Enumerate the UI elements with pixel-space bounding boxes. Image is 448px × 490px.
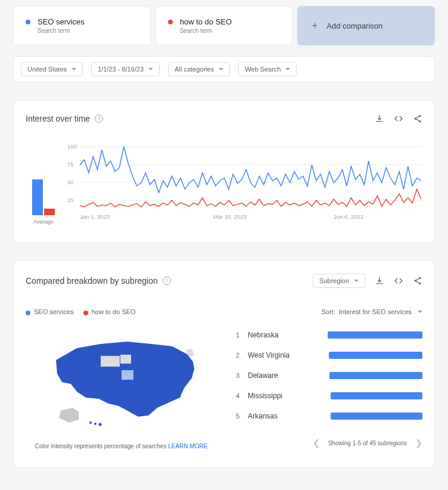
region-rank: 3 [231,372,239,379]
region-rank: 5 [231,413,239,420]
download-icon[interactable] [375,276,384,286]
breakdown-legend: SEO services how to do SEO [26,308,217,315]
region-row[interactable]: 1Nebraska [231,325,422,345]
region-name: Arkansas [248,412,319,420]
embed-icon[interactable] [394,114,403,123]
panel-title: Interest over time ? [26,114,103,123]
embed-icon[interactable] [394,276,403,286]
share-icon[interactable] [413,276,422,286]
svg-text:75: 75 [67,162,74,168]
us-choropleth-map[interactable] [44,327,199,429]
series-dot-icon [83,311,88,315]
caret-down-icon [354,280,359,282]
comparison-type: Search term [180,27,232,34]
comparison-term: SEO services [38,17,85,26]
region-name: West Virginia [248,351,319,359]
avg-bar-series2 [44,209,55,215]
svg-text:25: 25 [67,197,74,203]
caret-down-icon [285,68,290,70]
comparison-type: Search term [38,27,85,34]
subregion-selector[interactable]: Subregion [313,274,365,288]
comparison-term: how to do SEO [180,17,232,26]
svg-rect-18 [120,355,131,364]
caret-down-icon [71,68,76,70]
svg-text:Jan 1, 2023: Jan 1, 2023 [80,214,110,220]
region-bar [331,392,422,399]
add-comparison-label: Add comparison [326,21,382,30]
sort-selector[interactable]: Sort: Interest for SEO services [231,308,422,315]
filters-bar: United States 1/1/23 - 8/16/23 All categ… [13,56,435,82]
region-row[interactable]: 2West Virginia [231,345,422,365]
region-filter[interactable]: United States [21,62,83,76]
svg-text:50: 50 [67,179,74,185]
comparison-cards-row: SEO services Search term how to do SEO S… [13,6,435,45]
region-rank: 4 [231,392,239,399]
region-row[interactable]: 3Delaware [231,365,422,386]
average-column: Average [26,144,61,225]
region-rank: 1 [231,331,239,339]
region-row[interactable]: 5Arkansas [231,406,422,426]
svg-text:100: 100 [67,144,77,150]
caret-down-icon [219,68,223,70]
map-note: Color intensity represents percentage of… [26,443,217,449]
region-list: 1Nebraska2West Virginia3Delaware4Mississ… [231,325,422,426]
region-name: Mississippi [248,392,319,400]
pager-next-button[interactable]: ❯ [415,438,422,448]
learn-more-link[interactable]: LEARN MORE [168,443,207,449]
help-icon[interactable]: ? [163,277,171,285]
svg-point-23 [98,423,101,426]
share-icon[interactable] [413,114,422,123]
region-bar [328,331,422,339]
region-name: Nebraska [248,331,319,339]
region-bar [331,413,422,420]
series-dot-icon [26,311,30,315]
region-name: Delaware [248,371,319,380]
svg-rect-19 [122,370,133,380]
help-icon[interactable]: ? [95,114,103,123]
svg-point-21 [89,421,92,424]
plus-icon: + [310,20,319,31]
series-dot-icon [168,20,173,24]
category-filter[interactable]: All categories [168,62,230,76]
search-type-filter[interactable]: Web Search [238,62,297,76]
comparison-card-1[interactable]: SEO services Search term [13,6,151,45]
caret-down-icon [418,311,422,313]
panel-title: Compared breakdown by subregion ? [26,276,171,286]
interest-line-chart: 100 75 50 25 Jan 1, 2023 Mar 20, 2023 Ju… [67,144,422,225]
caret-down-icon [148,68,153,70]
breakdown-panel: Compared breakdown by subregion ? Subreg… [13,260,435,468]
pager-prev-button[interactable]: ❮ [313,438,320,448]
pager-status: Showing 1-5 of 45 subregions [328,440,407,446]
region-bar [329,372,422,379]
timeframe-filter[interactable]: 1/1/23 - 8/16/23 [91,62,160,76]
region-row[interactable]: 4Mississippi [231,386,422,406]
svg-text:Mar 20, 2023: Mar 20, 2023 [213,214,247,220]
interest-over-time-panel: Interest over time ? Average 100 75 [13,100,435,243]
avg-bar-series1 [32,179,43,215]
pager: ❮ Showing 1-5 of 45 subregions ❯ [231,438,422,448]
comparison-card-2[interactable]: how to do SEO Search term [155,6,293,45]
svg-rect-17 [101,356,120,367]
series-dot-icon [26,20,30,24]
download-icon[interactable] [375,114,384,123]
region-rank: 2 [231,352,239,359]
svg-text:Jun 6, 2023: Jun 6, 2023 [334,214,363,220]
add-comparison-button[interactable]: + Add comparison [297,6,435,45]
svg-point-22 [94,423,97,425]
region-bar [329,352,422,359]
